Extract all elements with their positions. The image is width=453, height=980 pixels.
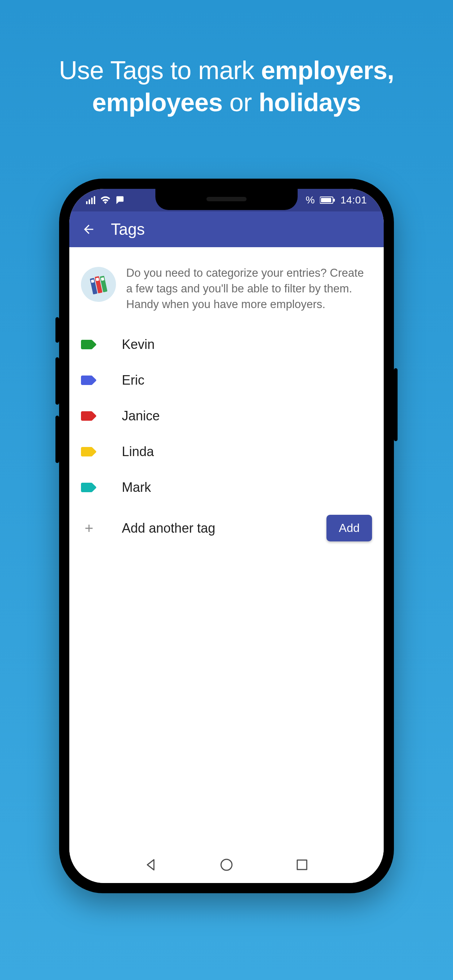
intro-illustration — [81, 267, 116, 302]
wifi-icon — [100, 196, 110, 204]
signal-icon — [86, 196, 95, 204]
square-recent-icon — [295, 858, 309, 872]
phone-side-button — [56, 357, 59, 405]
add-button[interactable]: Add — [327, 515, 372, 541]
nav-home-button[interactable] — [215, 854, 238, 876]
status-right: % 14:01 — [306, 194, 367, 206]
tag-row[interactable]: Mark — [69, 469, 384, 505]
battery-icon — [320, 196, 335, 204]
svg-rect-6 — [96, 278, 99, 281]
tag-name: Kevin — [122, 337, 155, 352]
svg-rect-4 — [91, 279, 94, 283]
promo-text-or: or — [222, 88, 258, 117]
intro-section: Do you need to categorize your entries? … — [69, 247, 384, 323]
svg-point-9 — [221, 859, 232, 870]
promo-text-prefix: Use Tags to mark — [59, 56, 261, 84]
promo-bold-employees: employees — [92, 88, 222, 117]
tag-row[interactable]: Janice — [69, 398, 384, 434]
arrow-left-icon — [82, 223, 96, 236]
phone-side-button — [56, 415, 59, 463]
status-left — [86, 196, 125, 204]
tag-name: Janice — [122, 408, 160, 424]
battery-percent-fragment: % — [306, 194, 315, 206]
circle-home-icon — [219, 858, 234, 872]
tag-row[interactable]: Linda — [69, 434, 384, 469]
phone-screen: % 14:01 Tags — [69, 189, 384, 883]
tag-name: Eric — [122, 372, 144, 388]
binders-icon — [88, 274, 109, 295]
triangle-back-icon — [144, 858, 158, 872]
svg-rect-8 — [100, 277, 104, 281]
tag-color-icon — [81, 375, 97, 386]
tag-row[interactable]: Eric — [69, 363, 384, 398]
phone-notch — [155, 189, 298, 210]
chat-icon — [116, 196, 125, 204]
promo-bold-employers: employers, — [261, 56, 394, 84]
app-bar: Tags — [69, 212, 384, 247]
plus-icon — [81, 520, 97, 536]
tag-color-icon — [81, 446, 97, 457]
tag-color-icon — [81, 482, 97, 493]
phone-frame: % 14:01 Tags — [59, 179, 394, 893]
tag-name: Linda — [122, 444, 154, 460]
svg-rect-2 — [333, 199, 335, 202]
tag-name: Mark — [122, 480, 151, 495]
phone-side-button — [56, 317, 59, 343]
intro-text: Do you need to categorize your entries? … — [126, 266, 372, 312]
back-button[interactable] — [80, 220, 98, 239]
nav-back-button[interactable] — [140, 854, 162, 876]
svg-rect-10 — [297, 860, 307, 870]
promo-bold-holidays: holidays — [258, 88, 361, 117]
tag-color-icon — [81, 410, 97, 422]
tag-row[interactable]: Kevin — [69, 327, 384, 363]
android-nav-bar — [69, 846, 384, 883]
add-tag-row: Add another tag Add — [69, 505, 384, 551]
promo-headline: Use Tags to mark employers, employees or… — [0, 55, 453, 118]
status-time: 14:01 — [340, 194, 367, 206]
phone-side-button — [394, 368, 397, 441]
tag-color-icon — [81, 339, 97, 350]
add-tag-label: Add another tag — [122, 520, 301, 536]
tag-list: KevinEricJaniceLindaMark — [69, 323, 384, 505]
nav-recent-button[interactable] — [291, 854, 313, 876]
page-title: Tags — [111, 220, 145, 239]
svg-rect-1 — [321, 198, 331, 202]
content-area: Do you need to categorize your entries? … — [69, 247, 384, 846]
